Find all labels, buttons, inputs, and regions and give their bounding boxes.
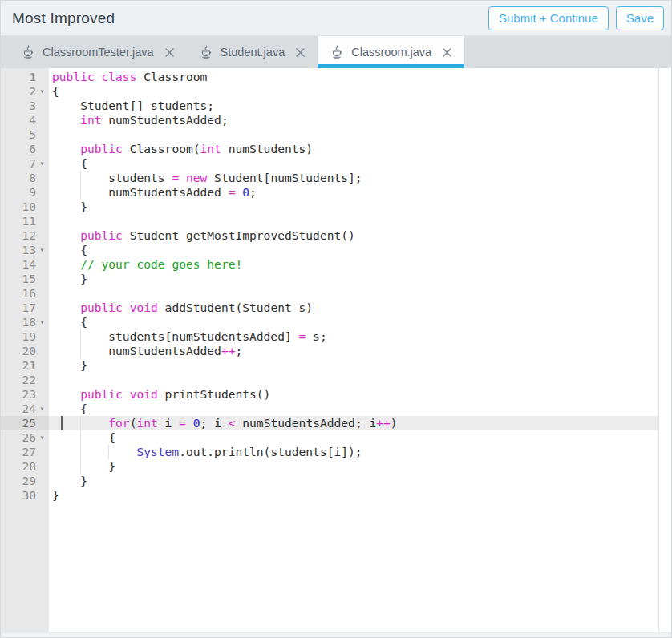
code-token: Student getMostImprovedStudent() [123, 228, 355, 242]
code-line[interactable]: students = new Student[numStudents]; [52, 171, 671, 185]
close-icon[interactable] [443, 48, 451, 57]
code-token: ) [391, 416, 398, 430]
code-token: { [52, 315, 87, 329]
header-actions: Submit + ContinueSave [481, 6, 664, 30]
code-token: } [52, 200, 87, 213]
code-token: numStudentsAdded; [102, 113, 229, 127]
line-number: 9 [1, 185, 49, 200]
save-button[interactable]: Save [616, 6, 664, 30]
tab-classroomtester-java[interactable]: ClassroomTester.java [9, 36, 187, 68]
tab-close-button[interactable] [296, 48, 305, 57]
tab-student-java[interactable]: Student.java [187, 36, 318, 68]
text-cursor [61, 416, 63, 430]
code-token: System [136, 445, 179, 458]
code-token [186, 416, 193, 430]
code-token: public [80, 228, 123, 242]
line-number: 11 [1, 214, 49, 228]
editor-gutter: 12▾34567▾8910111213▾1415161718▾192021222… [1, 68, 49, 632]
code-line[interactable]: // your code goes here! [52, 257, 671, 272]
code-token: ; i [200, 416, 229, 430]
code-line[interactable]: public class Classroom [52, 70, 671, 84]
line-number: 6 [1, 142, 49, 156]
code-token: numStudentsAdded [52, 344, 221, 357]
code-line[interactable]: Student[] students; [52, 99, 671, 113]
code-token: // your code goes here! [80, 257, 242, 271]
code-token: s; [306, 329, 326, 343]
code-token: new [186, 171, 207, 184]
close-icon[interactable] [165, 48, 174, 57]
tab-label: Student.java [221, 46, 285, 59]
code-token: Student[] students; [52, 99, 214, 112]
code-line[interactable]: public Student getMostImprovedStudent() [52, 228, 671, 243]
code-line[interactable]: for(int i = 0; i < numStudentsAdded; i++… [52, 416, 671, 430]
code-line[interactable]: { [52, 84, 671, 99]
fold-toggle-icon[interactable]: ▾ [37, 402, 47, 416]
code-line[interactable]: } [52, 358, 671, 373]
code-token: students [52, 171, 172, 184]
code-line[interactable]: public Classroom(int numStudents) [52, 142, 671, 156]
java-file-icon [200, 45, 213, 59]
code-token: int [136, 416, 157, 430]
editor-code-pane[interactable]: public class Classroom{ Student[] studen… [49, 68, 671, 632]
code-line[interactable] [52, 373, 671, 387]
code-token [179, 171, 186, 184]
code-line[interactable]: numStudentsAdded = 0; [52, 185, 671, 200]
code-line[interactable]: int numStudentsAdded; [52, 113, 671, 127]
code-line[interactable]: { [52, 430, 671, 445]
fold-toggle-icon[interactable]: ▾ [37, 315, 47, 329]
code-line[interactable] [52, 286, 671, 301]
code-line[interactable]: students[numStudentsAdded] = s; [52, 329, 671, 344]
code-line[interactable]: { [52, 402, 671, 416]
code-token: ; [249, 185, 257, 199]
code-token: class [102, 70, 137, 83]
code-token [123, 387, 130, 401]
code-line[interactable]: { [52, 315, 671, 329]
code-token: } [52, 488, 59, 502]
fold-toggle-icon[interactable]: ▾ [37, 156, 47, 171]
line-number: 21 [1, 358, 49, 373]
line-number: 29 [1, 474, 49, 488]
code-line[interactable]: { [52, 156, 671, 171]
close-icon[interactable] [296, 48, 305, 57]
tab-close-button[interactable] [165, 48, 174, 57]
code-line[interactable]: } [52, 459, 671, 474]
code-line[interactable]: System.out.println(students[i]); [52, 445, 671, 459]
code-token: .out.println(students[i]); [179, 445, 362, 458]
code-token: numStudents) [221, 142, 313, 155]
submit-continue-button[interactable]: Submit + Continue [488, 6, 609, 30]
code-token: ++ [221, 344, 236, 357]
code-editor[interactable]: 12▾34567▾8910111213▾1415161718▾192021222… [1, 68, 671, 632]
fold-toggle-icon[interactable]: ▾ [37, 84, 47, 99]
code-line[interactable] [52, 127, 671, 142]
code-token: = [172, 171, 179, 184]
code-token [52, 301, 80, 314]
line-number: 13▾ [1, 243, 49, 257]
code-token: 0 [193, 416, 200, 430]
code-line[interactable] [52, 214, 671, 228]
code-token: int [200, 142, 221, 155]
file-tab-bar: ClassroomTester.javaStudent.javaClassroo… [1, 36, 671, 68]
fold-toggle-icon[interactable]: ▾ [37, 430, 47, 445]
code-line[interactable]: public void addStudent(Student s) [52, 301, 671, 315]
code-line[interactable]: public void printStudents() [52, 387, 671, 402]
code-line[interactable]: } [52, 272, 671, 286]
tab-classroom-java[interactable]: Classroom.java [318, 36, 464, 68]
code-line[interactable]: } [52, 200, 671, 214]
code-line[interactable]: } [52, 474, 671, 488]
code-token: { [52, 402, 87, 415]
tab-label: ClassroomTester.java [43, 46, 154, 59]
tab-close-button[interactable] [443, 48, 451, 57]
code-token: public [80, 142, 123, 155]
code-token [95, 70, 102, 83]
code-line[interactable]: numStudentsAdded++; [52, 344, 671, 358]
line-number: 30 [1, 488, 49, 503]
code-line[interactable]: } [52, 488, 671, 503]
code-line[interactable]: { [52, 243, 671, 257]
code-token: = [179, 416, 186, 430]
editor-bottom-strip [1, 632, 671, 637]
line-number: 15 [1, 272, 49, 286]
code-token [52, 228, 80, 242]
fold-toggle-icon[interactable]: ▾ [37, 243, 47, 257]
code-token: = [299, 329, 306, 343]
line-number: 7▾ [1, 156, 49, 171]
